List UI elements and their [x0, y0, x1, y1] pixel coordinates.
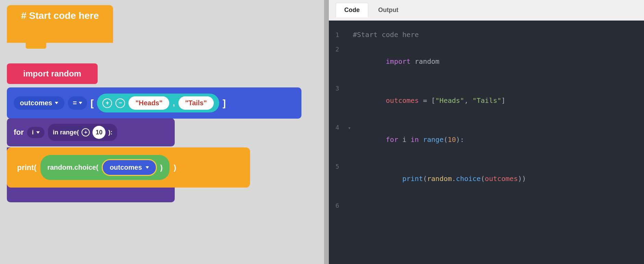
- tab-output[interactable]: Output: [370, 3, 407, 17]
- line-arrow-4: ▾: [346, 124, 353, 132]
- svg-rect-2: [26, 41, 46, 49]
- heads-string-label: "Heads": [135, 99, 162, 107]
- random-choice-label: random.choice(: [47, 164, 98, 171]
- tails-string-label: "Tails": [185, 99, 207, 107]
- outcomes-inner-arrow: [146, 166, 149, 169]
- line-content-4: for i in range(10):: [353, 121, 644, 158]
- outcomes-dropdown-block[interactable]: outcomes: [102, 159, 157, 176]
- line-content-3: outcomes = ["Heads", "Tails"]: [353, 82, 644, 119]
- code-line-2: 2 import random: [329, 42, 644, 81]
- tab-output-label: Output: [378, 7, 398, 13]
- line-num-3: 3: [329, 83, 346, 94]
- line-num-5: 5: [329, 161, 346, 172]
- outer-close-paren: ): [174, 163, 176, 172]
- heads-string-block: "Heads": [128, 96, 169, 110]
- print-keyword: print(: [17, 163, 36, 172]
- list-block: + − "Heads" , "Tails": [97, 94, 219, 112]
- loop-var-label: i: [32, 129, 34, 136]
- code-tabs: Code Output: [329, 0, 644, 21]
- equals-operator[interactable]: =: [68, 96, 87, 110]
- start-block: # Start code here: [7, 5, 116, 67]
- comma-separator: ,: [173, 99, 175, 108]
- open-bracket: [: [90, 98, 94, 109]
- line-num-2: 2: [329, 44, 346, 55]
- line-num-4: 4: [329, 122, 346, 133]
- range-number[interactable]: 10: [92, 126, 106, 139]
- tab-code[interactable]: Code: [336, 3, 368, 17]
- loop-var-block[interactable]: i: [27, 127, 45, 138]
- add-item-button[interactable]: +: [102, 98, 112, 108]
- equals-dropdown-arrow: [79, 102, 82, 104]
- line-content-6: [353, 199, 644, 212]
- start-block-label: # Start code here: [21, 10, 99, 21]
- line-num-1: 1: [329, 29, 346, 40]
- range-value: 10: [96, 129, 102, 136]
- code-line-6: 6: [329, 198, 644, 213]
- line-content-2: import random: [353, 43, 644, 80]
- random-choice-block: random.choice( outcomes ): [40, 155, 170, 180]
- tails-string-block: "Tails": [178, 96, 214, 110]
- in-range-label: in range(: [53, 129, 79, 136]
- assign-block: outcomes = [ + − "Heads" , "Tails" ]: [7, 87, 301, 119]
- for-keyword: for: [14, 128, 24, 137]
- code-line-3: 3 outcomes = ["Heads", "Tails"]: [329, 81, 644, 120]
- code-line-5: 5 print(random.choice(outcomes)): [329, 159, 644, 198]
- import-label: import random: [23, 69, 81, 78]
- outcomes-var-label: outcomes: [20, 99, 52, 107]
- inner-close-paren: ): [160, 163, 163, 172]
- line-content-1: #Start code here: [353, 28, 644, 41]
- close-bracket: ]: [223, 98, 226, 109]
- block-editor: # Start code here import random outcomes…: [0, 0, 329, 264]
- import-block: import random: [7, 63, 98, 84]
- equals-label: =: [73, 99, 77, 107]
- code-editor: 1 #Start code here 2 import random 3 out…: [329, 21, 644, 264]
- svg-rect-1: [7, 36, 113, 43]
- line-content-5: print(random.choice(outcomes)): [353, 160, 644, 197]
- loop-var-arrow: [36, 131, 40, 134]
- code-line-4: 4 ▾ for i in range(10):: [329, 120, 644, 159]
- for-block: for i in range( + 10 ):: [7, 118, 175, 146]
- outcomes-dropdown-label: outcomes: [110, 164, 142, 171]
- outcomes-var-block[interactable]: outcomes: [14, 96, 64, 110]
- code-line-1: 1 #Start code here: [329, 27, 644, 42]
- code-panel: Code Output 1 #Start code here 2 import …: [329, 0, 644, 264]
- scrollbar[interactable]: [324, 0, 329, 264]
- line-num-6: 6: [329, 200, 346, 211]
- print-block: print( random.choice( outcomes ) ): [7, 147, 250, 188]
- outcomes-dropdown-arrow: [55, 102, 58, 104]
- remove-item-button[interactable]: −: [115, 98, 125, 108]
- range-block: in range( + 10 ):: [48, 124, 117, 141]
- range-close: ):: [108, 129, 112, 136]
- tab-code-label: Code: [344, 7, 360, 13]
- range-add-button[interactable]: +: [82, 128, 90, 136]
